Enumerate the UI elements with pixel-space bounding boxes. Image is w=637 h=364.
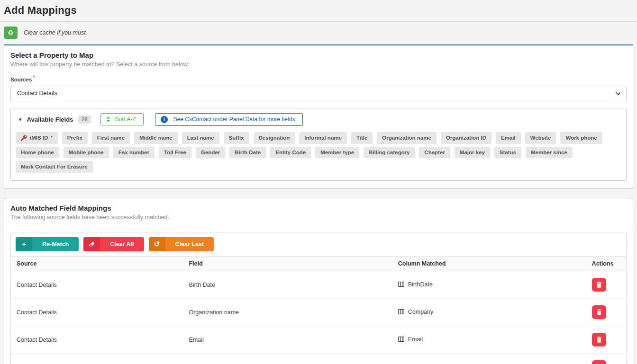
select-property-title: Select a Property to Map bbox=[10, 51, 627, 59]
clear-all-button[interactable]: Clear All bbox=[83, 237, 144, 251]
field-tag[interactable]: Gender bbox=[196, 147, 225, 159]
rematch-label: Re-Match bbox=[32, 237, 79, 251]
field-tag[interactable]: Toll Free bbox=[159, 147, 191, 159]
trash-icon bbox=[596, 282, 602, 288]
collapse-caret-icon[interactable]: ▾ bbox=[16, 116, 22, 123]
field-tag[interactable]: Prefix bbox=[62, 132, 88, 144]
field-tag-label: Home phone bbox=[21, 150, 54, 156]
column-header: Field bbox=[183, 257, 392, 271]
clear-last-label: Clear Last bbox=[165, 237, 214, 251]
sort-az-button[interactable]: Sort A-Z bbox=[100, 113, 144, 125]
panel-divider bbox=[4, 226, 633, 226]
source-cell: Contact Details bbox=[11, 299, 183, 326]
source-cell: Contact Details bbox=[11, 354, 183, 364]
field-tag-label: Title bbox=[356, 135, 367, 141]
field-tag[interactable]: Mobile phone bbox=[64, 147, 109, 159]
delete-mapping-button[interactable] bbox=[592, 305, 606, 319]
clear-last-button[interactable]: ↺ Clear Last bbox=[149, 237, 214, 251]
field-tag-label: Website bbox=[530, 135, 551, 141]
field-tag[interactable]: Website bbox=[525, 132, 556, 144]
key-icon bbox=[21, 135, 27, 141]
source-cell: Contact Details bbox=[11, 271, 183, 299]
actions-cell bbox=[586, 271, 626, 299]
auto-matched-subtitle: The following source fields have been su… bbox=[10, 214, 627, 221]
mappings-header-row: SourceFieldColumn MatchedActions bbox=[11, 257, 626, 271]
field-tag-label: Toll Free bbox=[164, 150, 186, 156]
column-matched-cell: Company bbox=[392, 299, 586, 326]
cscontact-info-label: See CsContact under Panel Data for more … bbox=[173, 116, 295, 123]
field-tag[interactable]: Organization ID bbox=[441, 132, 491, 144]
table-row: Contact DetailsFirst nameFirst Name bbox=[11, 354, 626, 364]
delete-mapping-button[interactable] bbox=[592, 278, 606, 292]
trash-icon bbox=[596, 309, 602, 315]
field-tag[interactable]: Birth Date bbox=[229, 147, 266, 159]
field-tag[interactable]: Home phone bbox=[16, 147, 59, 159]
column-header: Column Matched bbox=[392, 257, 586, 271]
field-tag-label: Billing category bbox=[369, 150, 410, 156]
sort-arrows-icon bbox=[106, 116, 110, 122]
source-cell: Contact Details bbox=[11, 326, 183, 354]
mappings-toolbar: + Re-Match Clear All ↺ Clear Last bbox=[16, 237, 621, 256]
field-tag[interactable]: Informal name bbox=[299, 132, 347, 144]
delete-mapping-button[interactable] bbox=[592, 360, 606, 364]
select-property-subtitle: Where will this property be matched to? … bbox=[10, 61, 627, 68]
trash-icon bbox=[596, 337, 602, 343]
field-tag[interactable]: Member since bbox=[526, 147, 573, 159]
clear-cache-button[interactable]: ♻ bbox=[4, 27, 18, 39]
field-tag[interactable]: Mark Contact For Erasure bbox=[16, 161, 93, 173]
columns-icon bbox=[398, 309, 404, 316]
field-tag[interactable]: Designation bbox=[254, 132, 295, 144]
table-row: Contact DetailsBirth DateBirthDate bbox=[11, 271, 626, 299]
field-tag-label: Organization name bbox=[382, 135, 431, 141]
field-tag[interactable]: Major key bbox=[455, 147, 490, 159]
plus-icon: + bbox=[16, 237, 32, 251]
field-tag[interactable]: Fax number bbox=[113, 147, 155, 159]
field-tag[interactable]: Work phone bbox=[560, 132, 602, 144]
available-fields-title: Available Fields bbox=[27, 116, 73, 123]
field-tag-label: First name bbox=[97, 135, 125, 141]
field-tag[interactable]: Entity Code bbox=[270, 147, 311, 159]
info-icon: i bbox=[161, 116, 168, 123]
field-tag[interactable]: Member type bbox=[315, 147, 359, 159]
sort-az-label: Sort A-Z bbox=[115, 116, 136, 123]
select-property-panel: Select a Property to Map Where will this… bbox=[4, 44, 633, 189]
mappings-table: SourceFieldColumn MatchedActions Contact… bbox=[11, 256, 626, 364]
field-tag-label: Informal name bbox=[304, 135, 342, 141]
field-tag-label: Organization ID bbox=[446, 135, 486, 141]
sources-select[interactable]: Contact Details bbox=[10, 86, 627, 101]
column-matched-label: Email bbox=[408, 336, 423, 343]
field-cell: First name bbox=[183, 354, 392, 364]
field-tag[interactable]: First name bbox=[92, 132, 130, 144]
field-tag[interactable]: Email bbox=[496, 132, 521, 144]
column-header: Source bbox=[11, 257, 183, 271]
recycle-icon: ♻ bbox=[8, 29, 14, 36]
actions-cell bbox=[586, 299, 626, 326]
required-asterisk: * bbox=[33, 75, 35, 80]
field-tag-label: Chapter bbox=[424, 150, 445, 156]
column-matched-cell: BirthDate bbox=[392, 271, 586, 299]
field-tag[interactable]: Chapter bbox=[419, 147, 450, 159]
field-tag[interactable]: Last name bbox=[182, 132, 219, 144]
field-tag[interactable]: Suffix bbox=[224, 132, 249, 144]
field-tag[interactable]: Title bbox=[351, 132, 373, 144]
field-tag-label: Status bbox=[500, 150, 516, 156]
field-tag-label: Work phone bbox=[565, 135, 597, 141]
field-tag[interactable]: Billing category bbox=[364, 147, 415, 159]
field-tag-label: Suffix bbox=[229, 135, 244, 141]
cscontact-info-button[interactable]: i See CsContact under Panel Data for mor… bbox=[155, 113, 303, 126]
field-tag-label: Designation bbox=[259, 135, 290, 141]
available-fields-tags: iMIS ID*PrefixFirst nameMiddle nameLast … bbox=[16, 132, 621, 173]
available-fields-count-badge: 28 bbox=[78, 115, 91, 124]
column-matched-label: BirthDate bbox=[408, 281, 433, 288]
field-tag[interactable]: Status bbox=[494, 147, 521, 159]
auto-matched-panel: Auto Matched Field Mappings The followin… bbox=[4, 198, 633, 364]
rematch-button[interactable]: + Re-Match bbox=[16, 237, 79, 251]
delete-mapping-button[interactable] bbox=[592, 333, 606, 346]
field-tag[interactable]: Organization name bbox=[377, 132, 437, 144]
eraser-icon bbox=[83, 237, 100, 251]
actions-cell bbox=[586, 354, 626, 364]
field-tag[interactable]: iMIS ID* bbox=[16, 132, 58, 144]
field-tag[interactable]: Middle name bbox=[134, 132, 178, 144]
field-tag-label: Mobile phone bbox=[69, 150, 104, 156]
field-tag-label: Birth Date bbox=[235, 150, 261, 156]
